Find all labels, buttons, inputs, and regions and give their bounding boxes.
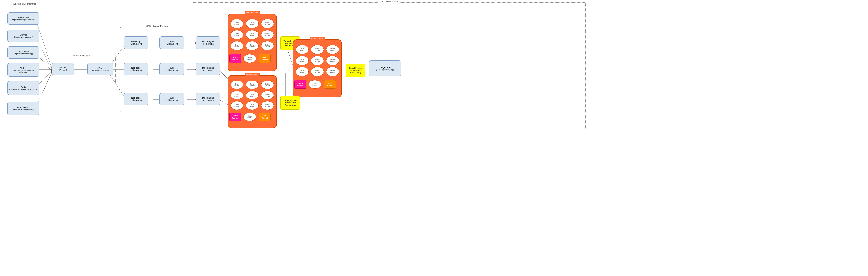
putty-box: Putty (https://www.chiark.greenend.org.u… [7,81,39,95]
or-1-3: OnionRouter [261,19,274,28]
perstinfont-label: PerstInfoNst glue [72,54,91,57]
netproxy-1-box: NetProxy (Ultimate++) [124,36,148,49]
libreoffice-name: LibreOffice [18,51,29,53]
or-3-5: OnionRouter [246,91,258,99]
target-system-2: Target System(ConnectionResponder) [346,63,365,77]
tor-infrastructure-label: TOR Infrastructure [379,0,399,3]
target-site-name: Target site [376,66,394,69]
putty-url: (https://www.chiark.greenend.org.ul/) [9,88,37,90]
ultimatepp-name: Ultimate++ GUI [16,106,31,109]
ssh-1-sub: (Ultimate++) [165,42,178,45]
or-1-5: OnionRouter [246,30,258,39]
onion-cloud-3-label: Onion Cloud [245,73,260,76]
or-2-7: OnionRouter [296,67,309,76]
or-1-7: OnionRouter [230,41,243,51]
netproxy-3-sub: (Ultimate++) [130,99,142,102]
or-2-2: OnionRouter [311,45,324,54]
or-2-8: OnionRouter [311,67,324,76]
onion-cloud-2-label: Onion Cloud [310,37,325,40]
or-3-1: OnionRouter [230,81,243,89]
libreoffice-box: LibreOffice (https://nl.libreoffice.org/… [7,46,39,59]
or-1-9: OnionRouter [261,41,274,51]
ultimatepp-url: (https://www.ultimatepp.org) [13,109,34,111]
or-1-4: OnionRouter [230,30,243,39]
connection-router-3: OnionRouter [243,113,256,121]
netproxy-3-name: NetProxy [131,97,140,99]
connection-router-2: OnionRouter [309,80,321,89]
exit-funnel-1: ExitFunnel [259,54,271,63]
or-3-3: OnionRouter [261,81,274,89]
or-2-1: OnionRouter [296,45,309,54]
target-site-url: (sftp://thepiratebay.org) [376,69,394,70]
ssh-1-name: SSH [169,40,174,42]
ssh-2-box: SSH (Ultimate++) [159,63,184,75]
netproxy-1-sub: (Ultimate++) [130,42,142,45]
sysyog-box: Sysyog (https://www.sysyog.com) [7,30,39,42]
ssh-3-name: SSH [169,97,174,99]
haproxy-url: (http://www.haproxy.org) [91,69,110,71]
filezilla-engine-box: FileZilla (Engine) [52,63,74,75]
entry-funnel-3: EntryFunnel [229,113,241,121]
ssh-3-box: SSH (Ultimate++) [159,93,184,105]
ssh-2-name: SSH [169,67,174,69]
sysyog-url: (https://www.sysyog.com) [13,36,33,38]
filezilla-interface-box: FileZilla (https://filezilla-project.org… [7,63,39,76]
or-2-6: OnionRouter [326,56,339,65]
filezilla-engine-name: FileZilla [59,66,66,69]
notepad-box: Notepad++ (https://notepad-plus-plus.org… [7,12,39,25]
or-2-9: OnionRouter [326,67,339,76]
target-site-box: Target site (sftp://thepiratebay.org) [369,60,401,76]
or-2-4: OnionRouter [296,56,309,65]
ssh-package-label: SSH Ultimate Package [146,25,170,27]
or-3-9: OnionRouter [261,101,274,110]
haproxy-box: HAProxy (http://www.haproxy.org) [87,63,113,75]
target-system-3-label: Target System(ConnectionResponder) [284,99,297,106]
ssh-3-sub: (Ultimate++) [165,99,178,102]
libreoffice-url: (https://nl.libreoffice.org/) [14,53,33,55]
netproxy-3-box: NetProxy (Ultimate++) [124,93,148,105]
target-system-3: Target System(ConnectionResponder) [280,96,300,110]
onion-cloud-2: Onion Cloud OnionRouter OnionRouter Onio… [293,39,342,97]
exit-funnel-2: ExitFunnel [324,80,336,89]
or-3-6: OnionRouter [261,91,274,99]
or-1-1: OnionRouter [230,19,243,28]
netproxy-1-name: NetProxy [131,40,140,42]
putty-name: Putty [21,86,26,88]
or-3-2: OnionRouter [246,81,258,89]
or-1-6: OnionRouter [261,30,274,39]
netproxy-2-name: NetProxy [131,67,140,69]
onion-cloud-3: Onion Cloud OnionRouter OnionRouter Onio… [227,75,277,128]
or-2-3: OnionRouter [326,45,339,54]
connection-router-1: OnionRouter [243,54,256,63]
filezilla-interface-url: (https://filezilla-project.org/) [13,69,34,71]
notepad-name: Notepad++ [18,17,29,19]
exit-funnel-3: ExitFunnel [259,113,271,121]
netproxy-2-box: NetProxy (Ultimate++) [124,63,148,75]
or-2-5: OnionRouter [311,56,324,65]
or-3-7: OnionRouter [230,101,243,110]
entry-funnel-2: EntryFunnel [294,80,306,89]
or-1-8: OnionRouter [246,41,258,51]
target-system-2-label: Target System(ConnectionResponder) [349,67,363,73]
or-3-4: OnionRouter [230,91,243,99]
filezilla-engine-sub: (Engine) [59,69,67,71]
onion-cloud-1: Onion Cloud OnionRouter OnionRouter Onio… [227,13,277,71]
onion-cloud-1-label: Onion Cloud [245,11,260,14]
filezilla-interface-label: (Interface) [20,71,27,73]
or-1-2: OnionRouter [246,19,258,28]
sysyog-name: Sysyog [20,34,27,36]
ssh-1-box: SSH (Ultimate++) [159,36,184,49]
haproxy-name: HAProxy [96,67,105,69]
external-gui-label: External GUI programs [12,3,37,5]
or-3-8: OnionRouter [246,101,258,110]
notepad-url: (https://notepad-plus-plus.org/) [11,19,35,21]
diagram-canvas: External GUI programs Notepad++ (https:/… [0,0,868,276]
ssh-2-sub: (Ultimate++) [165,69,178,72]
filezilla-interface-name: FileZilla [20,67,27,69]
ultimatepp-box: Ultimate++ GUI (https://www.ultimatepp.o… [7,102,39,115]
entry-funnel-1: EntryFunnel [229,54,241,63]
netproxy-2-sub: (Ultimate++) [130,69,142,72]
